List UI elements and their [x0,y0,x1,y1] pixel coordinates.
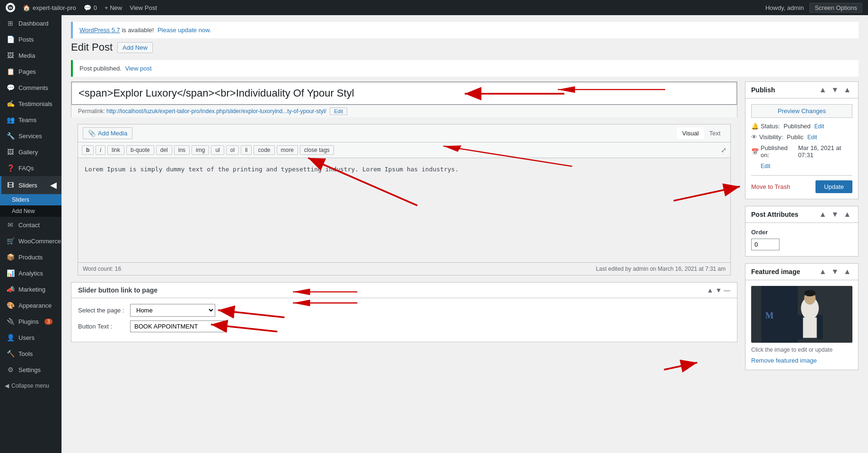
format-code-button[interactable]: code [254,145,274,155]
featured-image-thumbnail[interactable]: M [751,286,852,343]
button-text-input[interactable] [130,320,225,332]
collapse-menu-button[interactable]: ◀ Collapse menu [0,378,61,394]
sidebar-item-gallery[interactable]: 🖼 Gallery [0,144,61,160]
svg-rect-10 [801,318,819,338]
select-page-dropdown[interactable]: Home About Contact Services [130,304,215,317]
slider-collapse-down-button[interactable]: ▼ [715,286,722,294]
sidebar-item-woocommerce[interactable]: 🛒 WooCommerce [0,233,61,249]
publish-collapse-up-button[interactable]: ▲ [817,86,828,94]
fullscreen-button[interactable]: ⤢ [721,146,727,154]
post-attrs-close-button[interactable]: ▲ [842,210,852,219]
collapse-label: Collapse menu [11,382,49,389]
format-bquote-button[interactable]: b-quote [126,145,154,155]
comments-item[interactable]: 💬 0 [84,4,97,11]
sidebar-item-tools[interactable]: 🔨 Tools [0,346,61,362]
visual-tab[interactable]: Visual [677,127,704,139]
update-notice-link[interactable]: WordPress 5.7 [79,27,120,34]
sidebar-item-appearance[interactable]: 🎨 Appearance [0,297,61,313]
preview-changes-button[interactable]: Preview Changes [751,104,852,118]
move-to-trash-link[interactable]: Move to Trash [751,183,790,190]
sidebar-item-dashboard[interactable]: ⊞ Dashboard [0,15,61,31]
wp-logo-item[interactable]: W [6,3,15,12]
sidebar-item-faqs[interactable]: ❓ FAQs [0,160,61,176]
sidebar-item-marketing[interactable]: 📣 Marketing [0,281,61,297]
update-button[interactable]: Update [815,180,852,193]
permalink-url-link[interactable]: http://localhost/luzuk/expert-tailor-pro… [106,108,326,115]
sliders-submenu: Sliders Add New [0,194,61,217]
add-new-button[interactable]: Add New [117,42,153,53]
featured-image-close-button[interactable]: ▲ [842,267,852,276]
sidebar-item-pages[interactable]: 📋 Pages [0,63,61,80]
sidebar-item-posts[interactable]: 📄 Posts [0,31,61,47]
sidebar-item-users[interactable]: 👤 Users [0,329,61,346]
sidebar-item-sliders[interactable]: 🎞 Sliders ◀ [0,176,61,194]
format-ul-button[interactable]: ul [211,145,224,155]
sidebar-item-plugins[interactable]: 🔌 Plugins 3 [0,313,61,329]
format-ins-button[interactable]: ins [174,145,190,155]
post-attributes-title: Post Attributes [751,211,798,218]
site-name-item[interactable]: 🏠 expert-tailor-pro [23,4,76,11]
format-del-button[interactable]: del [156,145,172,155]
format-li-button[interactable]: li [241,145,252,155]
permalink-edit-button[interactable]: Edit [330,107,347,115]
format-italic-button[interactable]: i [96,145,105,155]
status-edit-link[interactable]: Edit [815,123,824,130]
testimonials-icon: ✍ [6,99,15,108]
post-attrs-down-button[interactable]: ▼ [830,210,840,219]
select-page-row: Select the page : Home About Contact Ser… [78,304,730,317]
slider-close-button[interactable]: — [724,286,730,294]
screen-options-button[interactable]: Screen Options [809,3,862,13]
sidebar-item-services[interactable]: 🔧 Services [0,128,61,144]
featured-image-down-button[interactable]: ▼ [830,267,840,276]
products-icon: 📦 [6,253,15,261]
please-update-link[interactable]: Please update now. [158,27,211,34]
sidebar-item-comments[interactable]: 💬 Comments [0,80,61,96]
publish-collapse-down-button[interactable]: ▼ [830,86,840,94]
sidebar-item-media[interactable]: 🖼 Media [0,47,61,63]
button-text-row: Button Text : [78,320,730,332]
page-title: Edit Post [71,41,113,53]
sliders-add-new-label: Add New [12,208,35,214]
visibility-edit-link[interactable]: Edit [807,134,817,141]
last-edited: Last edited by admin on March 16, 2021 a… [596,266,726,272]
order-input[interactable] [751,239,780,250]
button-text-label: Button Text : [78,323,125,330]
remove-featured-image-link[interactable]: Remove featured image [751,357,817,364]
sidebar-item-products[interactable]: 📦 Products [0,249,61,265]
text-tab[interactable]: Text [704,127,726,139]
featured-image-description: Click the image to edit or update [751,346,852,353]
format-ol-button[interactable]: ol [226,145,239,155]
sidebar-item-sliders-main[interactable]: Sliders [0,194,61,205]
view-post-link[interactable]: View post [125,65,152,72]
sidebar-item-sliders-add-new[interactable]: Add New [0,205,61,217]
published-date-edit-link[interactable]: Edit [761,163,771,169]
post-title-input[interactable] [71,82,737,105]
page-header: Edit Post Add New [71,41,859,53]
new-item[interactable]: + New [105,4,122,11]
post-attributes-header: Post Attributes ▲ ▼ ▲ [745,206,858,223]
format-img-button[interactable]: img [192,145,209,155]
slider-collapse-up-button[interactable]: ▲ [707,286,713,294]
format-more-button[interactable]: more [277,145,298,155]
sidebar-item-testimonials[interactable]: ✍ Testimonials [0,96,61,112]
status-icon: 🔔 [751,123,759,130]
format-link-button[interactable]: link [107,145,124,155]
format-close-tags-button[interactable]: close tags [300,145,334,155]
published-date: Mar 16, 2021 at 07:31 [798,144,852,159]
featured-image-up-button[interactable]: ▲ [817,267,828,276]
sidebar-item-teams[interactable]: 👥 Teams [0,112,61,128]
contact-icon: ✉ [6,221,15,229]
format-bold-button[interactable]: b [82,145,94,155]
view-post-item[interactable]: View Post [130,4,157,11]
add-media-button[interactable]: 📎 Add Media [83,127,132,139]
visibility-value: Public [787,133,803,141]
sidebar-item-settings[interactable]: ⚙ Settings [0,362,61,378]
post-attrs-up-button[interactable]: ▲ [817,210,828,219]
sidebar-item-label: Media [18,52,35,59]
order-label: Order [751,229,852,236]
comments-count: 0 [94,4,97,11]
publish-close-button[interactable]: ▲ [842,86,852,94]
editor-content-area[interactable]: Lorem Ipsum is simply dummy text of the … [78,158,730,262]
sidebar-item-contact[interactable]: ✉ Contact [0,217,61,233]
sidebar-item-analytics[interactable]: 📊 Analytics [0,265,61,281]
